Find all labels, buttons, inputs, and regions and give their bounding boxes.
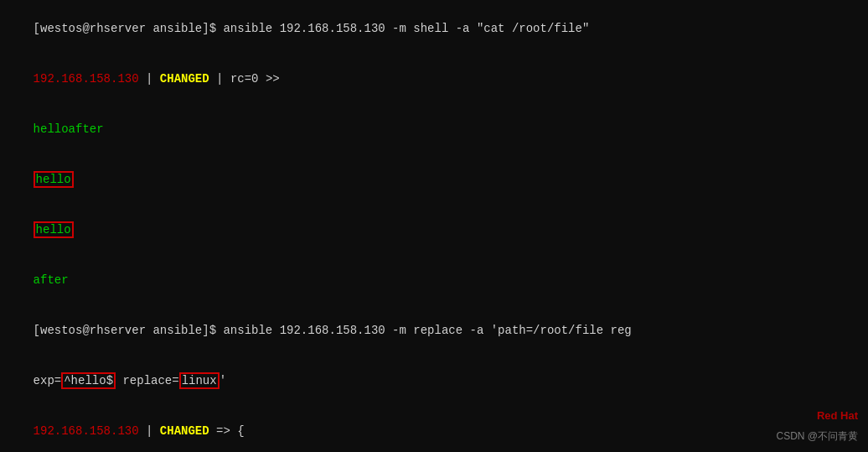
- command-line-2b: exp=^hello$ replace=linux': [0, 356, 868, 406]
- terminal: [westos@rhserver ansible]$ ansible 192.1…: [0, 0, 868, 452]
- changed-badge-2: CHANGED: [160, 424, 209, 438]
- highlight-replace: linux: [179, 372, 220, 389]
- cmd-1: ansible 192.168.158.130 -m shell -a "cat…: [223, 22, 589, 35]
- ip-1: 192.168.158.130: [34, 72, 139, 86]
- status-line-1: 192.168.158.130 | CHANGED | rc=0 >>: [0, 54, 868, 104]
- redhat-logo: Red Hat: [817, 408, 858, 422]
- status-line-2: 192.168.158.130 | CHANGED => {: [0, 406, 868, 452]
- output-hello-2: hello: [0, 205, 868, 255]
- prompt-1: [westos@rhserver ansible]$: [34, 22, 224, 35]
- command-line-1: [westos@rhserver ansible]$ ansible 192.1…: [0, 3, 868, 54]
- output-hello-1: hello: [0, 154, 868, 205]
- cmd-2: ansible 192.168.158.130 -m replace -a 'p…: [223, 324, 631, 337]
- watermark: CSDN @不问青黄: [776, 429, 858, 444]
- highlight-regexp: ^hello$: [61, 372, 116, 389]
- ip-2: 192.168.158.130: [34, 424, 139, 438]
- command-line-2: [westos@rhserver ansible]$ ansible 192.1…: [0, 305, 868, 356]
- highlight-hello-2: hello: [34, 221, 74, 238]
- cmd-2b-part2: replace=: [116, 374, 179, 387]
- output-after-1: after: [0, 255, 868, 305]
- prompt-2: [westos@rhserver ansible]$: [34, 324, 224, 337]
- highlight-hello-1: hello: [34, 171, 74, 188]
- changed-badge-1: CHANGED: [160, 72, 209, 86]
- output-helloafter-1: helloafter: [0, 104, 868, 154]
- cmd-2b-part1: exp=: [34, 374, 62, 387]
